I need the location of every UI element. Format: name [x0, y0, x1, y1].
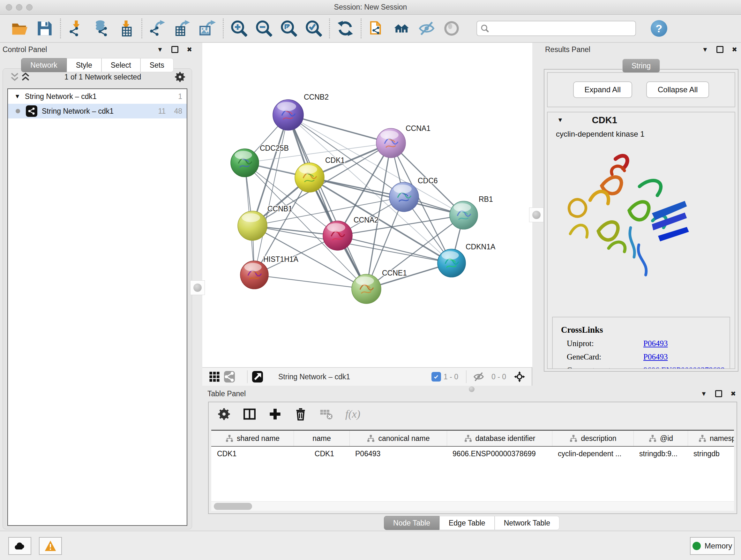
- column-header-namespace[interactable]: namespace: [688, 431, 734, 446]
- tab-network-table[interactable]: Network Table: [495, 516, 559, 530]
- zoom-in-icon[interactable]: [231, 20, 247, 37]
- network-graph[interactable]: CCNB2CCNA1CDC25BCDK1CDC6RB1CCNB1CCNA2CDK…: [202, 43, 532, 367]
- tab-select[interactable]: Select: [102, 58, 140, 72]
- network-edge-count: 48: [174, 107, 182, 116]
- uniprot-link[interactable]: P06493: [643, 339, 668, 348]
- cloud-status-button[interactable]: [8, 537, 31, 555]
- gene-description: cyclin-dependent kinase 1: [548, 128, 735, 139]
- network-canvas[interactable]: CCNB2CCNA1CDC25BCDK1CDC6RB1CCNB1CCNA2CDK…: [202, 43, 532, 367]
- crosslink-label: GeneCard:: [567, 353, 643, 361]
- node-table: shared name name canonical name database…: [211, 430, 734, 511]
- column-header-canonical-name[interactable]: canonical name: [349, 431, 447, 446]
- table-panel: Table Panel ▼ ✖ f(x) shared name: [204, 388, 739, 531]
- homology-homes-icon[interactable]: [394, 20, 410, 37]
- expand-all-button[interactable]: Expand All: [573, 81, 632, 98]
- control-panel-menu-icon[interactable]: ▼: [157, 46, 163, 53]
- collapse-all-icon[interactable]: [9, 72, 20, 82]
- control-panel-float-icon[interactable]: [172, 46, 179, 53]
- control-panel-title: Control Panel: [3, 45, 47, 54]
- table-header-row[interactable]: shared name name canonical name database…: [211, 431, 734, 447]
- svg-text:CCNB1: CCNB1: [267, 205, 292, 213]
- tree-icon: [569, 434, 578, 442]
- table-row[interactable]: CDK1 CDK1 P06493 9606.ENSP00000378699 cy…: [211, 447, 734, 461]
- svg-text:CDKN1A: CDKN1A: [466, 243, 495, 251]
- open-session-icon[interactable]: [11, 20, 28, 37]
- table-panel-float-icon[interactable]: [715, 390, 722, 397]
- zoom-fit-icon[interactable]: [280, 20, 297, 37]
- search-input[interactable]: [489, 24, 631, 33]
- import-network-file-icon[interactable]: [68, 20, 84, 37]
- network-node-count: 11: [158, 107, 166, 116]
- collection-expand-icon[interactable]: ▼: [14, 93, 20, 100]
- table-toolbar: f(x): [209, 402, 737, 426]
- expand-all-icon[interactable]: [20, 72, 31, 82]
- enrichment-eye-icon[interactable]: [418, 20, 435, 37]
- warnings-button[interactable]: [39, 537, 62, 555]
- show-columns-icon[interactable]: [243, 408, 256, 421]
- network-selected-status: 1 of 1 Network selected: [31, 73, 175, 81]
- compartments-link[interactable]: 9606.ENSP00000378699: [643, 366, 725, 369]
- network-share-icon[interactable]: [225, 370, 239, 384]
- genecard-link[interactable]: P06493: [643, 353, 668, 361]
- tab-network[interactable]: Network: [21, 58, 66, 72]
- column-header-database-identifier[interactable]: database identifier: [447, 431, 552, 446]
- right-splitter-grip[interactable]: [529, 207, 544, 222]
- gene-section: ▼ CDK1 cyclin-dependent kinase 1: [547, 112, 735, 369]
- control-panel-close-icon[interactable]: ✖: [187, 46, 192, 53]
- search-field[interactable]: [476, 21, 636, 36]
- results-panel-menu-icon[interactable]: ▼: [702, 46, 708, 53]
- viewer-orb-icon[interactable]: [443, 20, 460, 37]
- table-panel-menu-icon[interactable]: ▼: [700, 390, 707, 397]
- refresh-layout-icon[interactable]: [337, 20, 354, 37]
- crosslink-label: Compartments:: [567, 366, 643, 369]
- results-panel-float-icon[interactable]: [717, 46, 724, 53]
- tree-icon: [464, 434, 472, 442]
- memory-button[interactable]: Memory: [690, 537, 735, 555]
- svg-text:CCNA1: CCNA1: [406, 124, 430, 132]
- help-button[interactable]: ?: [651, 20, 667, 37]
- left-splitter-grip[interactable]: [190, 280, 205, 295]
- table-options-gear-icon[interactable]: [218, 408, 230, 421]
- column-header-description[interactable]: description: [552, 431, 633, 446]
- gene-collapse-icon[interactable]: ▼: [557, 117, 563, 124]
- hidden-eye-icon[interactable]: [472, 370, 486, 384]
- delete-column-trash-icon[interactable]: [294, 408, 307, 421]
- table-panel-close-icon[interactable]: ✖: [731, 390, 736, 397]
- horizontal-scrollbar[interactable]: [211, 501, 734, 511]
- export-network-icon[interactable]: [149, 20, 166, 37]
- zoom-selected-icon[interactable]: [306, 20, 322, 37]
- results-panel: Results Panel ▼ ✖ String Expand All Coll…: [542, 44, 740, 372]
- export-image-icon[interactable]: [199, 20, 216, 37]
- add-column-icon[interactable]: [269, 408, 281, 421]
- column-header-shared-name[interactable]: shared name: [211, 431, 293, 446]
- fit-content-crosshair-icon[interactable]: [513, 370, 527, 384]
- birdseye-grid-icon[interactable]: [207, 370, 221, 384]
- tab-sets[interactable]: Sets: [140, 58, 174, 72]
- scrollbar-thumb[interactable]: [214, 503, 252, 510]
- tab-edge-table[interactable]: Edge Table: [440, 516, 495, 530]
- network-row-selected[interactable]: String Network – cdk1 11 48: [8, 104, 187, 118]
- gene-symbol: CDK1: [592, 115, 617, 125]
- column-header-name[interactable]: name: [293, 431, 349, 446]
- import-table-icon[interactable]: [118, 20, 134, 37]
- cloud-icon: [14, 540, 26, 552]
- svg-text:CCNA2: CCNA2: [354, 216, 379, 224]
- import-network-database-icon[interactable]: [93, 20, 110, 37]
- network-collection-row[interactable]: ▼ String Network – cdk1 1: [8, 89, 187, 104]
- results-panel-close-icon[interactable]: ✖: [732, 46, 737, 53]
- hidden-counts: 0 - 0: [491, 373, 506, 381]
- export-table-icon[interactable]: [174, 20, 191, 37]
- tab-node-table[interactable]: Node Table: [384, 516, 440, 530]
- network-options-gear-icon[interactable]: [175, 71, 185, 82]
- open-in-window-icon[interactable]: [253, 370, 267, 384]
- collapse-all-button[interactable]: Collapse All: [646, 81, 709, 98]
- string-document-icon[interactable]: [368, 20, 385, 37]
- results-panel-title: Results Panel: [545, 45, 590, 54]
- save-session-icon[interactable]: [37, 20, 53, 37]
- tab-string[interactable]: String: [622, 59, 660, 73]
- selected-checkbox-icon[interactable]: [431, 372, 441, 381]
- tab-style[interactable]: Style: [67, 58, 102, 72]
- column-header-id[interactable]: @id: [633, 431, 688, 446]
- network-state-dot: [16, 109, 20, 113]
- zoom-out-icon[interactable]: [256, 20, 272, 37]
